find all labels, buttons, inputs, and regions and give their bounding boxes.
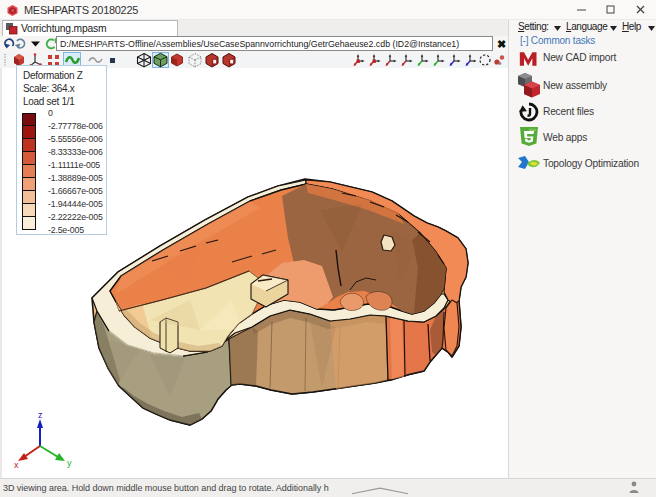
svg-text:x: x (14, 460, 19, 470)
svg-text:y: y (67, 458, 72, 468)
svg-text:z: z (38, 410, 43, 420)
